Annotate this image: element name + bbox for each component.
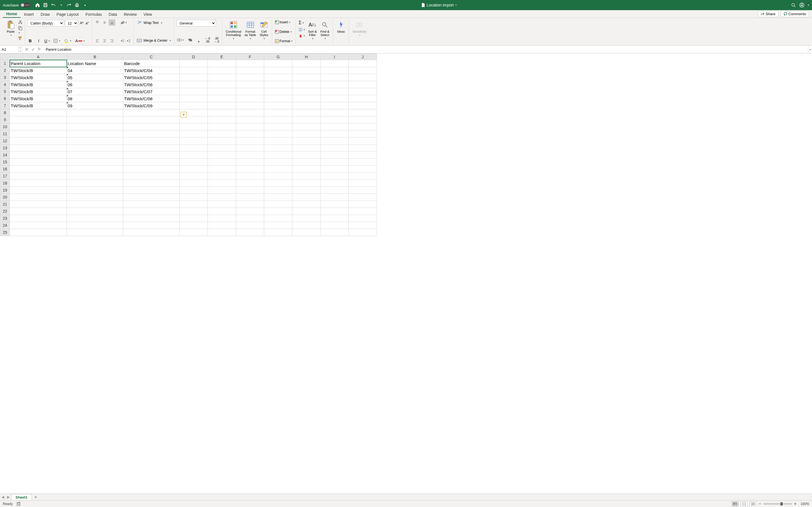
cell[interactable] [10,187,67,194]
cell[interactable] [264,88,292,95]
cell[interactable] [320,215,349,222]
cell[interactable]: 07 [67,88,123,95]
cell[interactable]: TW/Stock/B [10,102,67,109]
cell[interactable] [123,180,180,187]
search-icon[interactable] [791,3,796,8]
zoom-slider[interactable] [763,503,792,504]
find-select-button[interactable]: Find & Select ▾ [319,20,331,41]
tab-insert[interactable]: Insert [20,11,37,18]
cell[interactable] [236,159,264,166]
cell[interactable] [320,180,349,187]
cell[interactable] [123,159,180,166]
cell[interactable] [292,152,320,159]
format-cells-button[interactable]: Format▾ [274,39,293,44]
cell[interactable] [67,201,123,208]
cell[interactable] [292,109,320,116]
cell[interactable] [264,95,292,102]
column-header[interactable]: A [10,54,67,60]
account-dropdown-icon[interactable]: ▾ [808,4,809,6]
tab-data[interactable]: Data [105,11,121,18]
insert-cells-button[interactable]: Insert▾ [274,20,293,25]
cell[interactable] [180,215,208,222]
align-bottom-button[interactable] [109,20,115,25]
font-size-select[interactable]: 12 [65,20,78,26]
cell[interactable] [180,88,208,95]
currency-button[interactable]: ▾ [176,37,185,43]
cell[interactable] [208,123,236,130]
macro-record-icon[interactable] [17,502,21,506]
row-header[interactable]: 18 [0,180,10,187]
font-color-button[interactable]: A ▾ [75,38,86,44]
cell[interactable] [320,194,349,201]
cell[interactable] [10,222,67,229]
cell[interactable] [123,173,180,180]
cell[interactable] [349,81,377,88]
cell[interactable] [349,173,377,180]
cell[interactable] [264,137,292,145]
cell[interactable] [349,194,377,201]
cell[interactable] [292,173,320,180]
cell[interactable] [320,137,349,145]
cell[interactable] [123,145,180,152]
cell[interactable] [320,166,349,173]
cell[interactable] [292,187,320,194]
cell[interactable] [180,166,208,173]
decrease-indent-button[interactable] [120,38,125,43]
cell[interactable] [67,109,123,116]
cell[interactable] [67,116,123,123]
cell[interactable] [208,173,236,180]
row-header[interactable]: 19 [0,187,10,194]
cell[interactable] [10,159,67,166]
undo-dropdown-icon[interactable]: ▾ [59,3,64,8]
cell[interactable] [349,88,377,95]
autosave-toggle[interactable]: AutoSave OFF [3,3,31,7]
cell[interactable]: TW/Stock/C/05 [123,74,180,81]
cell[interactable] [236,74,264,81]
decrease-font-button[interactable]: A▾ [85,21,89,25]
cell[interactable] [123,109,180,116]
cell[interactable] [236,173,264,180]
cell[interactable] [349,152,377,159]
cell[interactable] [349,137,377,145]
cell[interactable] [208,137,236,145]
cell[interactable] [10,130,67,137]
cell[interactable] [180,102,208,109]
cell[interactable] [264,166,292,173]
cell[interactable] [292,201,320,208]
cell[interactable] [236,67,264,74]
cell[interactable] [67,145,123,152]
ideas-button[interactable]: Ideas [335,20,347,34]
column-header[interactable]: E [208,54,236,60]
cell[interactable]: TW/Stock/B [10,95,67,102]
cell[interactable] [264,187,292,194]
cell[interactable] [292,215,320,222]
select-all-corner[interactable] [0,54,10,60]
cell[interactable] [292,159,320,166]
cell[interactable] [123,166,180,173]
cell[interactable] [264,123,292,130]
cell[interactable] [208,88,236,95]
cell[interactable]: 06 [67,81,123,88]
row-header[interactable]: 23 [0,215,10,222]
title-dropdown-icon[interactable]: ▾ [455,4,457,6]
cell[interactable] [349,187,377,194]
cell[interactable] [236,180,264,187]
cell[interactable] [292,88,320,95]
cell[interactable] [292,74,320,81]
cell[interactable] [264,130,292,137]
cell[interactable] [67,187,123,194]
redo-icon[interactable] [66,3,71,8]
tab-formulas[interactable]: Formulas [82,11,105,18]
cell[interactable] [320,102,349,109]
share-button[interactable]: Share [758,11,778,17]
cell[interactable] [208,109,236,116]
formula-input[interactable] [43,47,808,52]
cell[interactable]: TW/Stock/B [10,74,67,81]
cell[interactable] [236,81,264,88]
cell[interactable] [236,102,264,109]
cell[interactable] [349,166,377,173]
row-header[interactable]: 9 [0,116,10,123]
cell[interactable] [264,222,292,229]
row-header[interactable]: 3 [0,74,10,81]
cell[interactable] [292,60,320,67]
